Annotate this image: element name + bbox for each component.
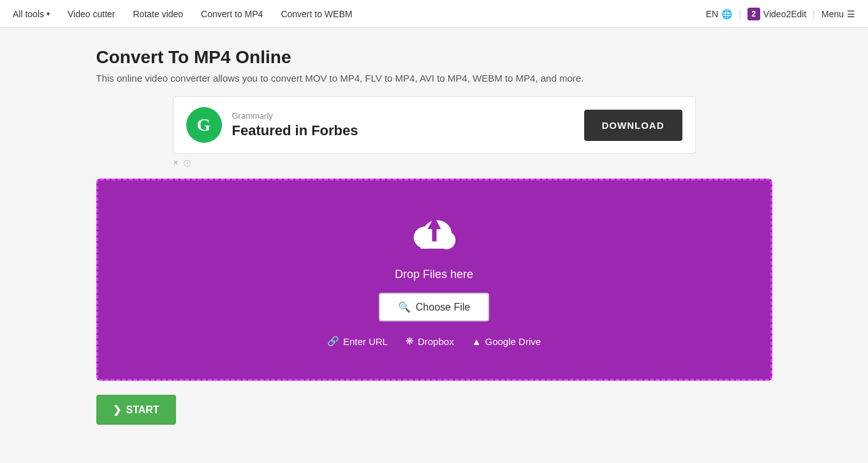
link-icon: 🔗 (327, 335, 339, 347)
nav-divider-2: | (813, 9, 815, 19)
ad-headline: Featured in Forbes (232, 122, 358, 139)
brand-badge: 2 (747, 8, 760, 20)
nav-lang[interactable]: EN 🌐 (706, 9, 732, 19)
enter-url-option[interactable]: 🔗 Enter URL (327, 335, 388, 347)
ad-info-icon[interactable]: ⓘ (184, 159, 191, 168)
nav-convert-mp4[interactable]: Convert to MP4 (201, 9, 263, 19)
drop-zone[interactable]: Drop Files here 🔍 Choose File 🔗 Enter UR… (96, 179, 772, 381)
page-title: Convert To MP4 Online (96, 47, 772, 68)
choose-file-label: Choose File (416, 302, 470, 313)
main-content: Convert To MP4 Online This online video … (84, 28, 785, 444)
nav-all-tools-label: All tools (13, 9, 44, 19)
chevron-down-icon: ▾ (47, 10, 50, 17)
google-drive-label: Google Drive (485, 336, 541, 347)
nav-rotate-video[interactable]: Rotate video (133, 9, 184, 19)
google-drive-icon: ▲ (472, 336, 482, 347)
ad-banner: G Grammarly Featured in Forbes DOWNLOAD (173, 96, 696, 154)
nav-convert-webm[interactable]: Convert to WEBM (281, 9, 352, 19)
search-icon: 🔍 (398, 301, 411, 313)
nav-bar: All tools ▾ Video cutter Rotate video Co… (0, 0, 868, 28)
extra-options: 🔗 Enter URL ❋ Dropbox ▲ Google Drive (327, 335, 541, 347)
chevron-right-icon: ❯ (113, 404, 121, 416)
nav-right: EN 🌐 | 2 Video2Edit | Menu ☰ (706, 8, 855, 20)
nav-video-cutter[interactable]: Video cutter (68, 9, 115, 19)
ad-left: G Grammarly Featured in Forbes (186, 107, 358, 143)
nav-menu-label: Menu (821, 9, 844, 19)
ad-close-icon[interactable]: ✕ (173, 159, 179, 168)
nav-brand[interactable]: 2 Video2Edit (747, 8, 806, 20)
dropbox-label: Dropbox (418, 336, 454, 347)
nav-left: All tools ▾ Video cutter Rotate video Co… (13, 9, 352, 19)
enter-url-label: Enter URL (343, 336, 388, 347)
dropbox-icon: ❋ (406, 335, 414, 347)
upload-cloud-icon (406, 212, 463, 259)
grammarly-letter: G (197, 115, 211, 135)
google-drive-option[interactable]: ▲ Google Drive (472, 336, 541, 347)
start-button[interactable]: ❯ START (96, 395, 176, 425)
choose-file-button[interactable]: 🔍 Choose File (379, 293, 489, 321)
brand-label: Video2Edit (763, 9, 806, 19)
page-description: This online video converter allows you t… (96, 73, 772, 84)
globe-icon: 🌐 (721, 9, 732, 19)
nav-all-tools[interactable]: All tools ▾ (13, 9, 50, 19)
menu-icon: ☰ (847, 9, 855, 19)
start-label: START (126, 404, 159, 416)
nav-lang-label: EN (706, 9, 718, 19)
ad-brand-name: Grammarly (232, 111, 358, 121)
ad-download-button[interactable]: DOWNLOAD (584, 110, 682, 141)
drop-files-text: Drop Files here (395, 268, 473, 281)
nav-divider-1: | (739, 9, 741, 19)
grammarly-logo: G (186, 107, 222, 143)
ad-text-block: Grammarly Featured in Forbes (232, 111, 358, 139)
nav-menu[interactable]: Menu ☰ (821, 9, 855, 19)
dropbox-option[interactable]: ❋ Dropbox (406, 335, 454, 347)
